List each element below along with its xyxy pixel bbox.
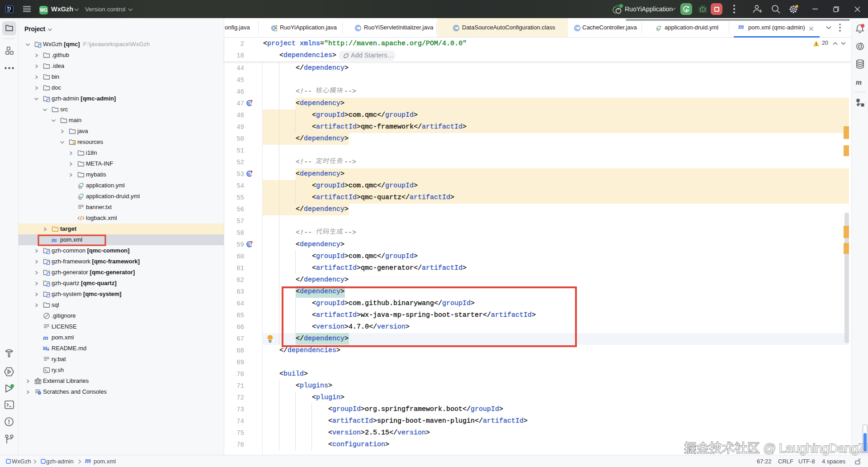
svg-text:@ LaughingDangZi: @ LaughingDangZi (763, 441, 868, 455)
